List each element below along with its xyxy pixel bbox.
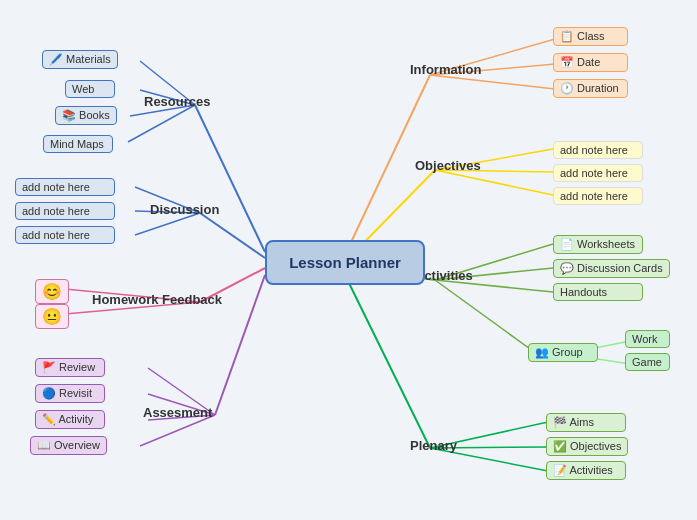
info-date-icon: 📅	[560, 56, 574, 68]
books-icon: 📚	[62, 109, 79, 121]
homework-happy[interactable]: 😊	[35, 279, 69, 304]
info-duration-icon: 🕐	[560, 82, 574, 94]
activities-handouts[interactable]: Handouts	[553, 283, 643, 301]
center-node[interactable]: Lesson Planner	[265, 240, 425, 285]
homework-branch: Homework Feedback	[92, 292, 222, 307]
activities-discussion-cards[interactable]: 💬 Discussion Cards	[553, 259, 670, 278]
discussion-note1[interactable]: add note here	[15, 178, 115, 196]
objectives-note1[interactable]: add note here	[553, 141, 643, 159]
plenary-objectives[interactable]: ✅ Objectives	[546, 437, 628, 456]
revisit-icon: 🔵	[42, 387, 59, 399]
information-branch: Information	[410, 62, 482, 77]
svg-line-10	[430, 75, 555, 89]
info-date-box[interactable]: 📅 Date	[553, 53, 628, 72]
assessment-activity[interactable]: ✏️ Activity	[35, 410, 105, 429]
svg-line-5	[200, 213, 265, 258]
resources-books[interactable]: 📚 Books	[55, 106, 117, 125]
activities-work[interactable]: Work	[625, 330, 670, 348]
discussion-note2[interactable]: add note here	[15, 202, 115, 220]
resources-branch: Resources	[144, 94, 210, 109]
svg-line-4	[195, 105, 265, 252]
plenary-activities[interactable]: 📝 Activities	[546, 461, 626, 480]
objectives-branch: Objectives	[415, 158, 481, 173]
activities-worksheets[interactable]: 📄 Worksheets	[553, 235, 643, 254]
resources-web[interactable]: Web	[65, 80, 115, 98]
info-class-box[interactable]: 📋 Class	[553, 27, 628, 46]
svg-line-7	[215, 275, 265, 415]
worksheets-icon: 📄	[560, 238, 577, 250]
aims-icon: 🏁	[553, 416, 569, 428]
assessment-overview[interactable]: 📖 Overview	[30, 436, 107, 455]
activity-icon: ✏️	[42, 413, 58, 425]
plenary-activities-icon: 📝	[553, 464, 569, 476]
resources-mindmaps[interactable]: Mind Maps	[43, 135, 113, 153]
homework-neutral[interactable]: 😐	[35, 304, 69, 329]
svg-line-3	[345, 275, 430, 448]
activities-game[interactable]: Game	[625, 353, 670, 371]
info-class-icon: 📋	[560, 30, 574, 42]
assessment-review[interactable]: 🚩 Review	[35, 358, 105, 377]
activities-group[interactable]: 👥 Group	[528, 343, 598, 362]
discussion-branch: Discussion	[150, 202, 219, 217]
objectives-note3[interactable]: add note here	[553, 187, 643, 205]
assessment-revisit[interactable]: 🔵 Revisit	[35, 384, 105, 403]
info-duration-box[interactable]: 🕐 Duration	[553, 79, 628, 98]
objectives-note2[interactable]: add note here	[553, 164, 643, 182]
assessment-branch: Assesment	[143, 405, 212, 420]
svg-line-26	[128, 105, 195, 142]
svg-line-17	[435, 280, 537, 354]
svg-line-13	[435, 170, 553, 195]
discussion-cards-icon: 💬	[560, 262, 577, 274]
plenary-aims[interactable]: 🏁 Aims	[546, 413, 626, 432]
review-icon: 🚩	[42, 361, 59, 373]
plenary-objectives-icon: ✅	[553, 440, 570, 452]
plenary-branch: Plenary	[410, 438, 457, 453]
overview-icon: 📖	[37, 439, 54, 451]
group-icon: 👥	[535, 346, 552, 358]
resources-materials[interactable]: 🖊️ Materials	[42, 50, 118, 69]
materials-icon: 🖊️	[49, 53, 66, 65]
discussion-note3[interactable]: add note here	[15, 226, 115, 244]
center-label: Lesson Planner	[289, 254, 401, 271]
